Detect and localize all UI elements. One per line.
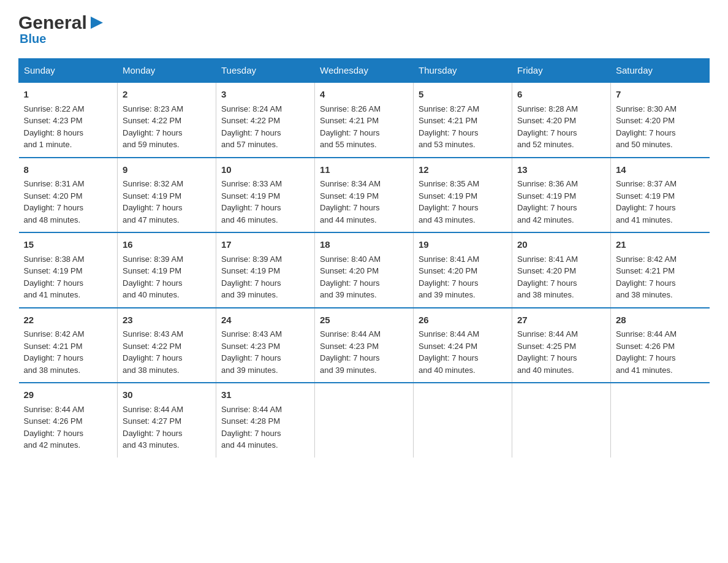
svg-marker-0 bbox=[91, 17, 103, 29]
calendar-cell: 26Sunrise: 8:44 AM Sunset: 4:24 PM Dayli… bbox=[414, 308, 512, 383]
calendar-cell: 12Sunrise: 8:35 AM Sunset: 4:19 PM Dayli… bbox=[414, 158, 512, 233]
day-number: 5 bbox=[419, 88, 507, 102]
calendar-week-row: 15Sunrise: 8:38 AM Sunset: 4:19 PM Dayli… bbox=[19, 232, 710, 308]
day-header-saturday: Saturday bbox=[611, 59, 710, 83]
day-number: 10 bbox=[221, 163, 309, 177]
day-number: 14 bbox=[616, 163, 705, 177]
day-number: 11 bbox=[320, 163, 408, 177]
day-info: Sunrise: 8:39 AM Sunset: 4:19 PM Dayligh… bbox=[221, 253, 309, 301]
calendar-cell: 24Sunrise: 8:43 AM Sunset: 4:23 PM Dayli… bbox=[216, 308, 315, 383]
day-number: 9 bbox=[123, 163, 211, 177]
calendar-cell: 19Sunrise: 8:41 AM Sunset: 4:20 PM Dayli… bbox=[414, 232, 512, 308]
calendar-week-row: 22Sunrise: 8:42 AM Sunset: 4:21 PM Dayli… bbox=[19, 308, 710, 383]
logo: General Blue bbox=[18, 12, 105, 46]
day-info: Sunrise: 8:44 AM Sunset: 4:25 PM Dayligh… bbox=[517, 328, 605, 376]
calendar-cell: 8Sunrise: 8:31 AM Sunset: 4:20 PM Daylig… bbox=[19, 158, 118, 233]
day-info: Sunrise: 8:43 AM Sunset: 4:22 PM Dayligh… bbox=[123, 328, 211, 376]
day-info: Sunrise: 8:34 AM Sunset: 4:19 PM Dayligh… bbox=[320, 178, 408, 226]
day-info: Sunrise: 8:27 AM Sunset: 4:21 PM Dayligh… bbox=[419, 103, 507, 151]
day-number: 22 bbox=[24, 313, 113, 327]
day-number: 7 bbox=[616, 88, 705, 102]
day-number: 30 bbox=[123, 388, 211, 402]
day-info: Sunrise: 8:39 AM Sunset: 4:19 PM Dayligh… bbox=[123, 253, 211, 301]
day-number: 15 bbox=[24, 238, 113, 252]
calendar-cell bbox=[512, 383, 611, 458]
calendar-cell: 18Sunrise: 8:40 AM Sunset: 4:20 PM Dayli… bbox=[315, 232, 414, 308]
day-number: 2 bbox=[123, 88, 211, 102]
day-number: 8 bbox=[24, 163, 113, 177]
day-number: 25 bbox=[320, 313, 408, 327]
day-info: Sunrise: 8:24 AM Sunset: 4:22 PM Dayligh… bbox=[221, 103, 309, 151]
day-info: Sunrise: 8:44 AM Sunset: 4:28 PM Dayligh… bbox=[221, 404, 309, 451]
day-info: Sunrise: 8:37 AM Sunset: 4:19 PM Dayligh… bbox=[616, 178, 705, 226]
day-info: Sunrise: 8:44 AM Sunset: 4:24 PM Dayligh… bbox=[419, 328, 507, 376]
day-number: 6 bbox=[517, 88, 605, 102]
calendar-cell: 23Sunrise: 8:43 AM Sunset: 4:22 PM Dayli… bbox=[118, 308, 216, 383]
day-info: Sunrise: 8:44 AM Sunset: 4:26 PM Dayligh… bbox=[24, 404, 113, 451]
day-header-monday: Monday bbox=[118, 59, 216, 83]
day-info: Sunrise: 8:32 AM Sunset: 4:19 PM Dayligh… bbox=[123, 178, 211, 226]
calendar-cell: 21Sunrise: 8:42 AM Sunset: 4:21 PM Dayli… bbox=[611, 232, 710, 308]
day-number: 28 bbox=[616, 313, 705, 327]
calendar-week-row: 8Sunrise: 8:31 AM Sunset: 4:20 PM Daylig… bbox=[19, 158, 710, 233]
calendar-cell: 5Sunrise: 8:27 AM Sunset: 4:21 PM Daylig… bbox=[414, 82, 512, 158]
day-info: Sunrise: 8:44 AM Sunset: 4:23 PM Dayligh… bbox=[320, 328, 408, 376]
day-info: Sunrise: 8:44 AM Sunset: 4:27 PM Dayligh… bbox=[123, 404, 211, 451]
day-number: 16 bbox=[123, 238, 211, 252]
day-number: 13 bbox=[517, 163, 605, 177]
logo-general: General bbox=[18, 12, 87, 33]
day-info: Sunrise: 8:23 AM Sunset: 4:22 PM Dayligh… bbox=[123, 103, 211, 151]
day-info: Sunrise: 8:41 AM Sunset: 4:20 PM Dayligh… bbox=[517, 253, 605, 301]
day-header-friday: Friday bbox=[512, 59, 611, 83]
day-info: Sunrise: 8:42 AM Sunset: 4:21 PM Dayligh… bbox=[24, 328, 113, 376]
day-number: 18 bbox=[320, 238, 408, 252]
calendar-cell bbox=[315, 383, 414, 458]
calendar-cell: 16Sunrise: 8:39 AM Sunset: 4:19 PM Dayli… bbox=[118, 232, 216, 308]
day-header-sunday: Sunday bbox=[19, 59, 118, 83]
day-info: Sunrise: 8:38 AM Sunset: 4:19 PM Dayligh… bbox=[24, 253, 113, 301]
calendar-cell: 4Sunrise: 8:26 AM Sunset: 4:21 PM Daylig… bbox=[315, 82, 414, 158]
calendar-cell bbox=[414, 383, 512, 458]
calendar-cell: 9Sunrise: 8:32 AM Sunset: 4:19 PM Daylig… bbox=[118, 158, 216, 233]
calendar-cell: 20Sunrise: 8:41 AM Sunset: 4:20 PM Dayli… bbox=[512, 232, 611, 308]
day-number: 1 bbox=[24, 88, 113, 102]
day-info: Sunrise: 8:35 AM Sunset: 4:19 PM Dayligh… bbox=[419, 178, 507, 226]
calendar-cell: 7Sunrise: 8:30 AM Sunset: 4:20 PM Daylig… bbox=[611, 82, 710, 158]
calendar-cell: 29Sunrise: 8:44 AM Sunset: 4:26 PM Dayli… bbox=[19, 383, 118, 458]
day-info: Sunrise: 8:28 AM Sunset: 4:20 PM Dayligh… bbox=[517, 103, 605, 151]
calendar-cell: 1Sunrise: 8:22 AM Sunset: 4:23 PM Daylig… bbox=[19, 82, 118, 158]
day-info: Sunrise: 8:36 AM Sunset: 4:19 PM Dayligh… bbox=[517, 178, 605, 226]
calendar-week-row: 29Sunrise: 8:44 AM Sunset: 4:26 PM Dayli… bbox=[19, 383, 710, 458]
day-header-tuesday: Tuesday bbox=[216, 59, 315, 83]
calendar-cell: 11Sunrise: 8:34 AM Sunset: 4:19 PM Dayli… bbox=[315, 158, 414, 233]
day-info: Sunrise: 8:22 AM Sunset: 4:23 PM Dayligh… bbox=[24, 103, 113, 151]
day-number: 3 bbox=[221, 88, 309, 102]
page-header: General Blue bbox=[18, 12, 710, 46]
day-info: Sunrise: 8:31 AM Sunset: 4:20 PM Dayligh… bbox=[24, 178, 113, 226]
calendar-cell: 13Sunrise: 8:36 AM Sunset: 4:19 PM Dayli… bbox=[512, 158, 611, 233]
day-number: 4 bbox=[320, 88, 408, 102]
day-header-thursday: Thursday bbox=[414, 59, 512, 83]
calendar-cell: 28Sunrise: 8:44 AM Sunset: 4:26 PM Dayli… bbox=[611, 308, 710, 383]
calendar-cell: 6Sunrise: 8:28 AM Sunset: 4:20 PM Daylig… bbox=[512, 82, 611, 158]
calendar-table: SundayMondayTuesdayWednesdayThursdayFrid… bbox=[18, 58, 710, 458]
day-info: Sunrise: 8:43 AM Sunset: 4:23 PM Dayligh… bbox=[221, 328, 309, 376]
day-number: 21 bbox=[616, 238, 705, 252]
day-number: 17 bbox=[221, 238, 309, 252]
day-number: 27 bbox=[517, 313, 605, 327]
calendar-cell: 17Sunrise: 8:39 AM Sunset: 4:19 PM Dayli… bbox=[216, 232, 315, 308]
calendar-cell: 30Sunrise: 8:44 AM Sunset: 4:27 PM Dayli… bbox=[118, 383, 216, 458]
logo-arrow-icon bbox=[88, 14, 105, 31]
day-number: 24 bbox=[221, 313, 309, 327]
calendar-cell: 27Sunrise: 8:44 AM Sunset: 4:25 PM Dayli… bbox=[512, 308, 611, 383]
day-header-wednesday: Wednesday bbox=[315, 59, 414, 83]
day-number: 12 bbox=[419, 163, 507, 177]
logo-blue: Blue bbox=[20, 32, 46, 46]
calendar-cell: 15Sunrise: 8:38 AM Sunset: 4:19 PM Dayli… bbox=[19, 232, 118, 308]
calendar-cell: 2Sunrise: 8:23 AM Sunset: 4:22 PM Daylig… bbox=[118, 82, 216, 158]
day-number: 26 bbox=[419, 313, 507, 327]
day-info: Sunrise: 8:42 AM Sunset: 4:21 PM Dayligh… bbox=[616, 253, 705, 301]
calendar-header-row: SundayMondayTuesdayWednesdayThursdayFrid… bbox=[19, 59, 710, 83]
day-info: Sunrise: 8:40 AM Sunset: 4:20 PM Dayligh… bbox=[320, 253, 408, 301]
calendar-cell: 14Sunrise: 8:37 AM Sunset: 4:19 PM Dayli… bbox=[611, 158, 710, 233]
